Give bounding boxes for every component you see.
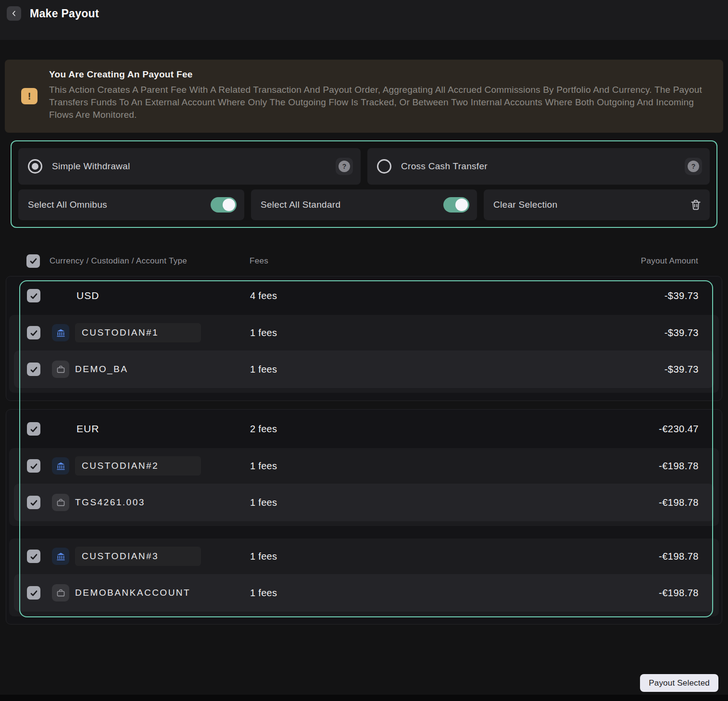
custodian-row[interactable]: CUSTODIAN#11 fees-$39.73 (9, 315, 719, 350)
warning-icon: ! (21, 88, 38, 104)
help-button-simple[interactable]: ? (336, 158, 353, 175)
fees-count: 1 fees (250, 497, 277, 508)
option-label: Cross Cash Transfer (401, 161, 488, 172)
custodian-checkbox[interactable] (27, 326, 40, 339)
question-mark-icon: ? (339, 161, 350, 172)
account-name: TGS4261.003 (75, 493, 145, 512)
briefcase-glyph (56, 498, 66, 508)
briefcase-glyph (56, 588, 66, 598)
radio-cross-cash-transfer[interactable] (377, 159, 391, 174)
currency-name: USD (76, 290, 99, 301)
custodian-block: CUSTODIAN#31 fees-€198.78DEMOBANKACCOUNT… (9, 538, 719, 616)
briefcase-glyph (56, 364, 66, 375)
fees-count: 1 fees (250, 327, 277, 338)
help-button-cross[interactable]: ? (685, 158, 702, 175)
account-block: TGS4261.0031 fees-€198.78 (14, 484, 714, 521)
fees-count: 1 fees (250, 364, 277, 375)
account-row[interactable]: DEMOBANKACCOUNT1 fees-€198.78 (14, 574, 714, 612)
custodian-name: CUSTODIAN#1 (75, 323, 201, 342)
check-icon (29, 425, 38, 434)
omnibus-toggle[interactable] (211, 197, 237, 213)
fees-count: 4 fees (250, 290, 277, 301)
payout-amount: -$39.73 (665, 290, 699, 301)
back-button[interactable] (7, 6, 21, 21)
select-all-standard[interactable]: Select All Standard (251, 189, 477, 220)
payout-amount: -€230.47 (659, 424, 699, 435)
briefcase-icon (52, 584, 69, 601)
fees-count: 1 fees (250, 551, 277, 562)
fees-count: 1 fees (250, 461, 277, 472)
account-block: DEMO_BA1 fees-$39.73 (14, 350, 714, 388)
option-cross-cash-transfer[interactable]: Cross Cash Transfer ? (367, 148, 710, 185)
payout-selected-button[interactable]: Payout Selected (640, 674, 718, 692)
custodian-checkbox[interactable] (27, 550, 40, 563)
bank-icon (52, 324, 69, 341)
currency-checkbox[interactable] (27, 422, 40, 436)
account-row[interactable]: TGS4261.0031 fees-€198.78 (14, 484, 714, 521)
custodian-row[interactable]: CUSTODIAN#31 fees-€198.78 (9, 538, 719, 574)
currency-name: EUR (76, 423, 99, 435)
account-checkbox[interactable] (27, 496, 40, 509)
custodian-checkbox[interactable] (27, 459, 40, 473)
payout-amount: -€198.78 (659, 551, 699, 562)
bank-glyph (56, 551, 66, 562)
check-icon (29, 365, 38, 374)
fees-count: 2 fees (250, 424, 277, 435)
currency-group-usd: USD4 fees-$39.73CUSTODIAN#11 fees-$39.73… (6, 276, 722, 401)
payout-amount: -€198.78 (659, 588, 699, 599)
bank-glyph (56, 328, 66, 338)
select-all-omnibus-label: Select All Omnibus (28, 200, 107, 210)
bank-glyph (56, 461, 66, 471)
currency-group-eur: EUR2 fees-€230.47CUSTODIAN#21 fees-€198.… (6, 409, 722, 625)
currency-row[interactable]: USD4 fees-$39.73 (6, 276, 722, 315)
payout-table-body: USD4 fees-$39.73CUSTODIAN#11 fees-$39.73… (0, 276, 728, 625)
option-simple-withdrawal[interactable]: Simple Withdrawal ? (18, 148, 361, 185)
table-header-row: Currency / Custodian / Account Type Fees… (0, 246, 728, 276)
payout-amount: -€198.78 (659, 461, 699, 472)
custodian-row[interactable]: CUSTODIAN#21 fees-€198.78 (9, 448, 719, 484)
select-all-standard-label: Select All Standard (261, 200, 340, 210)
payout-amount: -$39.73 (665, 327, 699, 338)
selection-panel: Simple Withdrawal ? Cross Cash Transfer … (11, 140, 717, 228)
warning-body: This Action Creates A Parent Fee With A … (49, 84, 708, 121)
currency-checkbox[interactable] (27, 289, 40, 302)
clear-selection[interactable]: Clear Selection (484, 189, 710, 220)
account-name: DEMO_BA (75, 360, 128, 379)
column-header-name: Currency / Custodian / Account Type (50, 256, 187, 266)
custodian-name: CUSTODIAN#2 (75, 456, 201, 476)
select-all-checkbox[interactable] (26, 254, 40, 268)
radio-simple-withdrawal[interactable] (28, 159, 42, 174)
check-icon (29, 462, 38, 471)
account-checkbox[interactable] (27, 586, 40, 600)
transfer-option-row: Simple Withdrawal ? Cross Cash Transfer … (18, 148, 710, 185)
select-all-omnibus[interactable]: Select All Omnibus (18, 189, 244, 220)
column-header-fees: Fees (250, 256, 268, 266)
check-icon (29, 498, 38, 507)
account-block: DEMOBANKACCOUNT1 fees-€198.78 (14, 574, 714, 612)
currency-row[interactable]: EUR2 fees-€230.47 (6, 410, 722, 448)
check-icon (29, 256, 38, 265)
check-icon (29, 552, 38, 561)
bank-icon (52, 548, 69, 565)
payout-amount: -€198.78 (659, 497, 699, 508)
bank-icon (52, 457, 69, 475)
account-row[interactable]: DEMO_BA1 fees-$39.73 (14, 350, 714, 388)
payout-amount: -$39.73 (665, 364, 699, 375)
account-checkbox[interactable] (27, 363, 40, 376)
custodian-name: CUSTODIAN#3 (75, 547, 201, 566)
check-icon (29, 328, 38, 338)
warning-title: You Are Creating An Payout Fee (49, 69, 709, 80)
warning-banner: ! You Are Creating An Payout Fee This Ac… (5, 60, 723, 133)
top-bar: Make Payout (0, 0, 728, 40)
check-icon (29, 291, 38, 300)
fees-count: 1 fees (250, 588, 277, 599)
standard-toggle[interactable] (443, 197, 469, 213)
column-header-amount: Payout Amount (641, 256, 698, 266)
briefcase-icon (52, 494, 69, 511)
trash-icon[interactable] (690, 199, 702, 211)
clear-selection-label: Clear Selection (493, 200, 557, 210)
custodian-block: CUSTODIAN#11 fees-$39.73DEMO_BA1 fees-$3… (9, 315, 719, 393)
chevron-left-icon (10, 9, 18, 18)
page-title: Make Payout (30, 6, 99, 21)
selection-control-row: Select All Omnibus Select All Standard C… (18, 189, 710, 220)
